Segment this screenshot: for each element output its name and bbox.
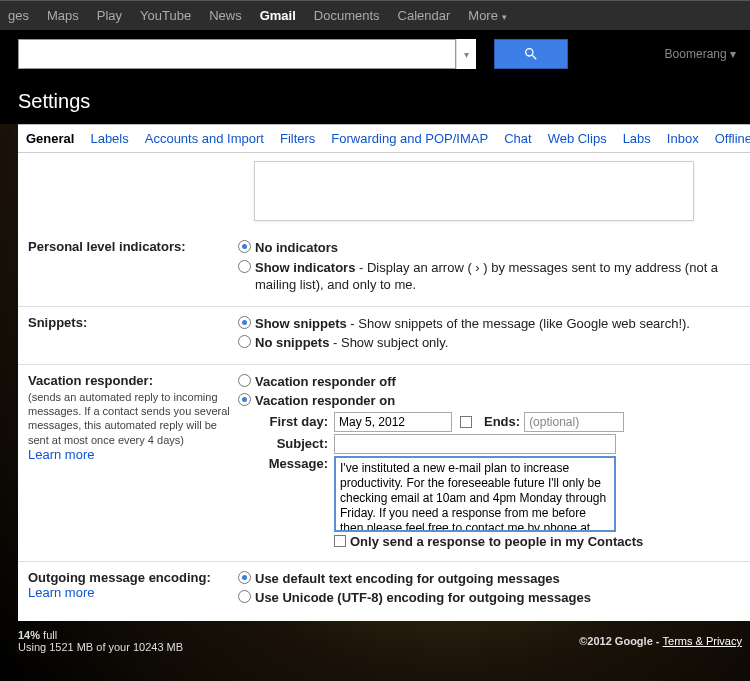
- ends-checkbox[interactable]: [460, 416, 472, 428]
- subject-label: Subject:: [256, 436, 334, 451]
- search-input[interactable]: [18, 39, 456, 69]
- section-vacation-responder: Vacation responder: (sends an automated …: [18, 369, 750, 562]
- radio-show-indicators[interactable]: [238, 260, 251, 273]
- tab-filters[interactable]: Filters: [280, 131, 315, 146]
- nav-item[interactable]: Maps: [47, 8, 79, 23]
- section-encoding: Outgoing message encoding: Learn more Us…: [18, 566, 750, 613]
- ends-label: Ends:: [484, 414, 520, 429]
- section-snippets: Snippets: Show snippets - Show snippets …: [18, 311, 750, 365]
- search-bar: ▾ Boomerang ▾: [0, 30, 750, 78]
- nav-item[interactable]: Calendar: [398, 8, 451, 23]
- search-button[interactable]: [494, 39, 568, 69]
- message-textarea[interactable]: [334, 456, 616, 532]
- section-label: Personal level indicators:: [28, 239, 238, 296]
- tab-chat[interactable]: Chat: [504, 131, 531, 146]
- message-label: Message:: [256, 456, 334, 471]
- radio-no-snippets[interactable]: [238, 335, 251, 348]
- boomerang-link[interactable]: Boomerang ▾: [665, 47, 736, 61]
- radio-show-snippets[interactable]: [238, 316, 251, 329]
- learn-more-link[interactable]: Learn more: [28, 585, 94, 600]
- footer: 14% full Using 1521 MB of your 10243 MB …: [18, 629, 742, 653]
- footer-copyright: ©2012 Google - Terms & Privacy: [579, 635, 742, 647]
- option-label: Vacation responder on: [255, 393, 395, 408]
- section-sublabel: (sends an automated reply to incoming me…: [28, 390, 238, 447]
- only-contacts-label: Only send a response to people in my Con…: [350, 534, 643, 549]
- option-desc: - Show snippets of the message (like Goo…: [347, 316, 690, 331]
- option-label: Show snippets: [255, 316, 347, 331]
- page-title: Settings: [18, 90, 732, 113]
- section-label: Snippets:: [28, 315, 238, 354]
- page-header: Settings: [0, 78, 750, 127]
- terms-link[interactable]: Terms & Privacy: [663, 635, 742, 647]
- nav-item[interactable]: YouTube: [140, 8, 191, 23]
- tab-labels[interactable]: Labels: [90, 131, 128, 146]
- ends-input[interactable]: [524, 412, 624, 432]
- subject-input[interactable]: [334, 434, 616, 454]
- tab-offline[interactable]: Offline: [715, 131, 750, 146]
- radio-vacation-off[interactable]: [238, 374, 251, 387]
- background: General Labels Accounts and Import Filte…: [0, 124, 750, 681]
- top-nav: ges Maps Play YouTube News Gmail Documen…: [0, 0, 750, 30]
- settings-tabs: General Labels Accounts and Import Filte…: [18, 125, 750, 153]
- settings-panel: General Labels Accounts and Import Filte…: [18, 124, 750, 621]
- section-personal-indicators: Personal level indicators: No indicators…: [18, 235, 750, 307]
- firstday-label: First day:: [256, 414, 334, 429]
- settings-content: Personal level indicators: No indicators…: [18, 231, 750, 621]
- nav-item[interactable]: Play: [97, 8, 122, 23]
- option-label: Use default text encoding for outgoing m…: [255, 571, 560, 586]
- option-label: Show indicators: [255, 260, 355, 275]
- radio-vacation-on[interactable]: [238, 393, 251, 406]
- nav-item-gmail[interactable]: Gmail: [260, 8, 296, 23]
- chevron-down-icon: ▾: [502, 12, 507, 22]
- option-label: No indicators: [255, 240, 338, 255]
- only-contacts-checkbox[interactable]: [334, 535, 346, 547]
- radio-encoding-utf8[interactable]: [238, 590, 251, 603]
- tab-labs[interactable]: Labs: [623, 131, 651, 146]
- option-desc: - Show subject only.: [329, 335, 448, 350]
- storage-usage: 14% full Using 1521 MB of your 10243 MB: [18, 629, 183, 653]
- search-icon: [523, 46, 539, 62]
- section-label: Vacation responder:: [28, 373, 153, 388]
- tab-inbox[interactable]: Inbox: [667, 131, 699, 146]
- learn-more-link[interactable]: Learn more: [28, 447, 94, 462]
- option-label: No snippets: [255, 335, 329, 350]
- tab-webclips[interactable]: Web Clips: [548, 131, 607, 146]
- radio-no-indicators[interactable]: [238, 240, 251, 253]
- nav-item[interactable]: Documents: [314, 8, 380, 23]
- signature-preview-box[interactable]: [254, 161, 694, 221]
- tab-forwarding[interactable]: Forwarding and POP/IMAP: [331, 131, 488, 146]
- option-label: Vacation responder off: [255, 374, 396, 389]
- radio-encoding-default[interactable]: [238, 571, 251, 584]
- section-label: Outgoing message encoding:: [28, 570, 211, 585]
- firstday-input[interactable]: [334, 412, 452, 432]
- option-label: Use Unicode (UTF-8) encoding for outgoin…: [255, 590, 591, 605]
- search-options-toggle[interactable]: ▾: [456, 39, 476, 69]
- nav-item-more[interactable]: More ▾: [468, 8, 506, 23]
- tab-accounts[interactable]: Accounts and Import: [145, 131, 264, 146]
- tab-general[interactable]: General: [26, 131, 74, 146]
- nav-item[interactable]: News: [209, 8, 242, 23]
- nav-item[interactable]: ges: [8, 8, 29, 23]
